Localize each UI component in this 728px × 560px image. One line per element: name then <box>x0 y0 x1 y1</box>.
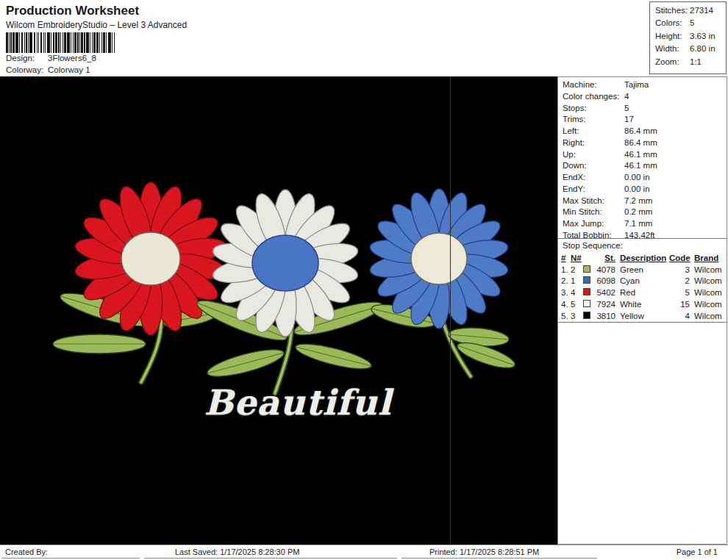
thread-color-swatch <box>583 288 590 295</box>
swatch-cell <box>583 312 595 320</box>
thread-color-swatch <box>583 312 590 319</box>
machine-row: Max Stitch:7.2 mm <box>563 196 725 208</box>
cell: Cyan <box>617 276 669 285</box>
machine-value: 0.00 in <box>624 184 650 196</box>
machine-label: Max Stitch: <box>563 196 624 208</box>
colorway-label: Colorway: <box>6 65 48 74</box>
column-header: Description <box>617 254 669 262</box>
machine-row: EndY:0.00 in <box>563 184 725 196</box>
machine-label: Color changes: <box>563 92 624 104</box>
machine-label: EndX: <box>563 173 624 184</box>
swatch-cell <box>583 300 595 309</box>
details-panel: Machine:TajimaColor changes:4Stops:5Trim… <box>557 76 727 545</box>
cell: 7924 <box>595 300 617 309</box>
machine-row: Min Stitch:0.2 mm <box>563 207 725 219</box>
machine-value: 17 <box>624 115 634 126</box>
machine-label: Machine: <box>563 80 624 92</box>
column-header: St. <box>595 254 617 262</box>
red-daisy <box>53 182 228 382</box>
cell: 3810 <box>595 312 617 320</box>
page-number: Page 1 of 1 <box>606 546 722 559</box>
summary-value: 27314 <box>690 6 713 18</box>
stop-sequence-row: 3.45402Red5Wilcom <box>561 287 727 298</box>
cell: 15 <box>669 300 691 309</box>
cell: 2 <box>669 276 691 285</box>
cell: 3 <box>571 312 583 320</box>
machine-row: Color changes:4 <box>563 92 725 104</box>
design-value: 3Flowers6_8 <box>48 54 96 62</box>
column-header: # <box>561 254 571 262</box>
barcode <box>6 32 115 53</box>
cell: 1. <box>561 265 571 274</box>
page-break-line <box>450 76 451 545</box>
stop-sequence-row: 2.16098Cyan2Wilcom <box>561 276 727 287</box>
design-caption: Beautiful <box>151 382 445 423</box>
summary-row: Stitches:27314 <box>650 6 726 18</box>
summary-value: 6.80 in <box>690 44 715 57</box>
cell: 4078 <box>595 265 617 274</box>
stop-sequence-row: 5.33810Yellow4Wilcom <box>561 310 727 322</box>
machine-label: Right: <box>563 138 624 150</box>
machine-label: EndY: <box>563 184 624 196</box>
machine-label: Stops: <box>563 104 624 115</box>
cell: White <box>617 300 669 309</box>
cell: Wilcom <box>691 288 727 297</box>
summary-value: 1:1 <box>690 57 702 70</box>
summary-row: Height:3.63 in <box>650 32 726 44</box>
machine-label: Down: <box>563 161 624 173</box>
summary-value: 3.63 in <box>690 32 715 44</box>
last-saved-text: Last Saved: 1/17/2025 8:28:30 PM <box>144 546 397 559</box>
machine-value: 46.1 mm <box>624 150 657 162</box>
cell: 3 <box>669 265 691 274</box>
machine-row: Trims:17 <box>563 115 725 126</box>
machine-value: 4 <box>624 92 629 104</box>
design-canvas: Beautiful <box>0 76 557 545</box>
machine-row: Max Jump:7.1 mm <box>563 219 725 231</box>
cell: 5402 <box>595 288 617 297</box>
summary-label: Height: <box>655 32 690 44</box>
production-worksheet: Production Worksheet Wilcom EmbroiderySt… <box>0 0 728 560</box>
printed-text: Printed: 1/17/2025 8:28:51 PM <box>402 546 597 559</box>
blue-daisy-center <box>411 233 467 284</box>
summary-label: Width: <box>655 44 690 57</box>
cell: Green <box>617 265 669 274</box>
created-by-label: Created By: <box>1 546 140 559</box>
cell: 4 <box>571 288 583 297</box>
cell: Wilcom <box>691 276 727 285</box>
red-daisy-center <box>121 232 180 285</box>
thread-color-swatch <box>583 276 590 284</box>
cell: 3. <box>561 288 571 297</box>
summary-label: Colors: <box>655 18 690 31</box>
design-preview-svg <box>0 76 557 545</box>
summary-row: Zoom:1:1 <box>650 57 726 70</box>
column-header: N# <box>571 254 583 262</box>
app-subtitle: Wilcom EmbroideryStudio – Level 3 Advanc… <box>6 20 187 30</box>
summary-box: Stitches:27314Colors:5Height:3.63 inWidt… <box>649 1 727 74</box>
machine-row: Right:86.4 mm <box>563 138 725 150</box>
blue-daisy <box>368 189 518 376</box>
column-header: Brand <box>691 254 727 262</box>
summary-label: Stitches: <box>655 6 690 18</box>
swatch-cell <box>583 276 595 285</box>
cell: 2. <box>561 276 571 285</box>
column-header: Code <box>669 254 691 262</box>
machine-value: 5 <box>624 104 629 115</box>
cell: 6098 <box>595 276 617 285</box>
machine-value: 0.00 in <box>624 173 650 184</box>
machine-value: Tajima <box>624 80 649 92</box>
colorway-value: Colorway 1 <box>48 65 90 74</box>
cell: Wilcom <box>691 300 727 309</box>
cell: 5 <box>669 288 691 297</box>
machine-label: Left: <box>563 126 624 138</box>
cell: 4 <box>669 312 691 320</box>
machine-label: Up: <box>563 150 624 162</box>
thread-color-swatch <box>583 300 590 307</box>
machine-value: 7.2 mm <box>624 196 652 208</box>
machine-row: Up:46.1 mm <box>563 150 725 162</box>
summary-row: Width:6.80 in <box>650 44 726 57</box>
stop-sequence-header: #N#St.DescriptionCodeBrand <box>561 252 727 264</box>
cell: 4. <box>561 300 571 309</box>
cell: 1 <box>571 276 583 285</box>
colorway-row: Colorway:Colorway 1 <box>6 65 90 74</box>
summary-list: Stitches:27314Colors:5Height:3.63 inWidt… <box>650 6 726 70</box>
